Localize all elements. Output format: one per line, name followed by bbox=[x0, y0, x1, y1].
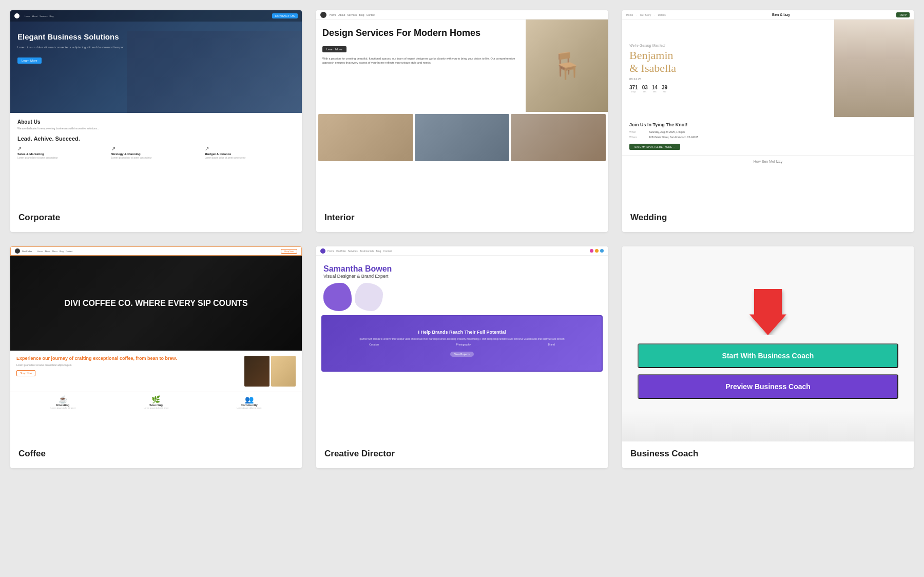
red-arrow-container bbox=[747, 289, 788, 337]
creative-service-2: Photography bbox=[456, 343, 471, 346]
coffee-preview: Divi Coffee Home About Menu Blog Contact… bbox=[10, 246, 302, 441]
wedding-names: Benjamin& Isabella bbox=[629, 49, 676, 74]
wedding-hero-left: We're Getting Married! Benjamin& Isabell… bbox=[622, 20, 834, 117]
coffee-middle: Experience our journey of crafting excep… bbox=[10, 351, 302, 392]
creative-title-text: Visual Designer & Brand Expert bbox=[323, 274, 601, 279]
coffee-img-2 bbox=[271, 356, 296, 387]
corp-arrow-icon-1: ↗ bbox=[17, 146, 107, 151]
wedding-nav: Home · Our Story · Details Ben & Izzy RS… bbox=[622, 10, 914, 20]
creative-nav: Home Portfolio Services Testimonials Blo… bbox=[316, 246, 608, 256]
wed-count-sec: 39 Sec bbox=[662, 85, 667, 93]
blob-light bbox=[355, 283, 383, 311]
interior-gal-2 bbox=[415, 114, 510, 161]
coffee-services-row: ☕ Roasting Lorem ipsum dolor sit amet 🌿 … bbox=[10, 392, 302, 413]
creative-nav-dots bbox=[590, 249, 604, 253]
svg-marker-0 bbox=[749, 289, 786, 335]
corp-arrow-icon-3: ↗ bbox=[205, 146, 295, 151]
wedding-couple-photo bbox=[834, 20, 914, 117]
wedding-label: Wedding bbox=[622, 205, 914, 232]
corporate-preview: Home About Services Blog CONTACT US Eleg… bbox=[10, 10, 302, 205]
corp-arrow-icon-2: ↗ bbox=[111, 146, 201, 151]
wedding-hero-image bbox=[834, 20, 914, 117]
corp-col-3: ↗ Budget & Finance Lorem ipsum dolor sit… bbox=[205, 146, 295, 160]
coffee-hero: DIVI COFFEE CO. WHERE EVERY SIP COUNTS bbox=[10, 256, 302, 351]
start-with-business-coach-button[interactable]: Start With Business Coach bbox=[638, 343, 898, 368]
template-grid: Home About Services Blog CONTACT US Eleg… bbox=[10, 10, 914, 468]
community-icon: 👥 bbox=[237, 395, 261, 403]
creative-logo bbox=[320, 248, 325, 254]
preview-business-coach-button[interactable]: Preview Business Coach bbox=[638, 374, 898, 399]
creative-service-1: Curation bbox=[369, 343, 379, 346]
creative-preview: Home Portfolio Services Testimonials Blo… bbox=[316, 246, 608, 441]
creative-hero: Samantha Bowen Visual Designer & Brand E… bbox=[316, 256, 608, 311]
coffee-logo bbox=[15, 248, 20, 254]
wedding-preview: Home · Our Story · Details Ben & Izzy RS… bbox=[622, 10, 914, 205]
red-arrow-icon bbox=[747, 289, 788, 335]
interior-hero-text: Design Services For Modern Homes Learn M… bbox=[316, 20, 526, 112]
coffee-service-2: 🌿 Sourcing Lorem ipsum dolor sit amet bbox=[144, 395, 168, 409]
wed-when-row: When Saturday, Aug 23 2025, 1:00pm bbox=[629, 130, 907, 133]
creative-bottom-title: I Help Brands Reach Their Full Potential bbox=[326, 330, 598, 336]
corp-about-section: About Us We are dedicated to empowering … bbox=[10, 113, 302, 205]
corp-col-text-1: Lorem ipsum dolor sit amet consectetur bbox=[17, 157, 107, 160]
source-icon: 🌿 bbox=[144, 395, 168, 403]
corp-nav-cta: CONTACT US bbox=[272, 13, 298, 18]
interior-nav: Home About Services Blog Contact bbox=[316, 10, 608, 20]
card-corporate[interactable]: Home About Services Blog CONTACT US Eleg… bbox=[10, 10, 302, 232]
card-creative-director[interactable]: Home Portfolio Services Testimonials Blo… bbox=[316, 246, 608, 468]
interior-hero-btn: Learn More bbox=[322, 46, 346, 52]
wedding-nav-rsvp: RSVP bbox=[896, 12, 910, 17]
corp-about-title: About Us bbox=[17, 119, 295, 125]
coffee-mid-sub: Lorem ipsum dolor sit amet consectetur a… bbox=[16, 364, 240, 367]
interior-preview: Home About Services Blog Contact Design … bbox=[316, 10, 608, 205]
coffee-hero-title: DIVI COFFEE CO. WHERE EVERY SIP COUNTS bbox=[64, 298, 247, 308]
chair-icon: 🪑 bbox=[551, 51, 583, 81]
card-interior[interactable]: Home About Services Blog Contact Design … bbox=[316, 10, 608, 232]
interior-gallery bbox=[316, 112, 608, 163]
creative-bottom-section: I Help Brands Reach Their Full Potential… bbox=[321, 315, 603, 372]
coffee-mid-text: Experience our journey of crafting excep… bbox=[16, 356, 240, 387]
fade-overlay bbox=[622, 411, 914, 441]
corporate-label: Corporate bbox=[10, 205, 302, 232]
interior-hero: Design Services For Modern Homes Learn M… bbox=[316, 20, 608, 112]
business-coach-label: Business Coach bbox=[622, 441, 914, 468]
wedding-rsvp-btn: SAVE MY SPOT, I'LL BE THERE → bbox=[629, 144, 680, 150]
interior-gal-3 bbox=[511, 114, 606, 161]
dot-orange bbox=[595, 249, 599, 253]
coffee-nav: Divi Coffee Home About Menu Blog Contact… bbox=[10, 246, 302, 256]
interior-hero-image: 🪑 bbox=[526, 20, 608, 112]
corp-col-title-3: Budget & Finance bbox=[205, 152, 295, 156]
coffee-hero-text: DIVI COFFEE CO. WHERE EVERY SIP COUNTS bbox=[64, 298, 247, 308]
corp-col-text-3: Lorem ipsum dolor sit amet consectetur bbox=[205, 157, 295, 160]
creative-service-3: Brand bbox=[548, 343, 554, 346]
card-wedding[interactable]: Home · Our Story · Details Ben & Izzy RS… bbox=[622, 10, 914, 232]
coffee-mid-btn: Shop Now bbox=[16, 370, 35, 376]
coffee-label: Coffee bbox=[10, 441, 302, 468]
coffee-nav-btn: Shop Now bbox=[281, 249, 297, 254]
corp-columns: ↗ Sales & Marketing Lorem ipsum dolor si… bbox=[17, 146, 295, 160]
wedding-countdown: 371 Days 03 Hrs 14 Min 39 bbox=[629, 85, 667, 93]
corporate-nav: Home About Services Blog CONTACT US bbox=[10, 10, 302, 22]
interior-hero-desc: With a passion for creating beautiful, f… bbox=[322, 56, 519, 65]
wedding-story: How Ben Met Izzy bbox=[622, 155, 914, 167]
roast-icon: ☕ bbox=[51, 395, 75, 403]
coffee-mid-images bbox=[244, 356, 296, 387]
interior-logo bbox=[320, 12, 326, 18]
creative-services: Curation Photography Brand bbox=[326, 341, 598, 348]
interior-label: Interior bbox=[316, 205, 608, 232]
dot-blue bbox=[600, 249, 604, 253]
wedding-tagline: We're Getting Married! bbox=[629, 44, 665, 47]
creative-cta-btn: View Projects bbox=[450, 352, 474, 357]
card-business-coach[interactable]: Start With Business Coach Preview Busine… bbox=[622, 246, 914, 468]
corp-about-text: We are dedicated to empowering businesse… bbox=[17, 127, 295, 130]
coffee-service-3: 👥 Community Lorem ipsum dolor sit amet bbox=[237, 395, 261, 409]
creative-blobs bbox=[323, 283, 601, 311]
creative-hero-text: Samantha Bowen Visual Designer & Brand E… bbox=[323, 264, 601, 311]
corp-hero-btn: Learn More bbox=[17, 57, 42, 64]
card-coffee[interactable]: Divi Coffee Home About Menu Blog Contact… bbox=[10, 246, 302, 468]
creative-bottom-sub: I partner with brands to uncover their u… bbox=[326, 338, 598, 341]
wed-count-min: 14 Min bbox=[652, 85, 658, 93]
coffee-service-1: ☕ Roasting Lorem ipsum dolor sit amet bbox=[51, 395, 75, 409]
corp-hero-overlay bbox=[127, 31, 302, 113]
corp-col-title-2: Strategy & Planning bbox=[111, 152, 201, 156]
